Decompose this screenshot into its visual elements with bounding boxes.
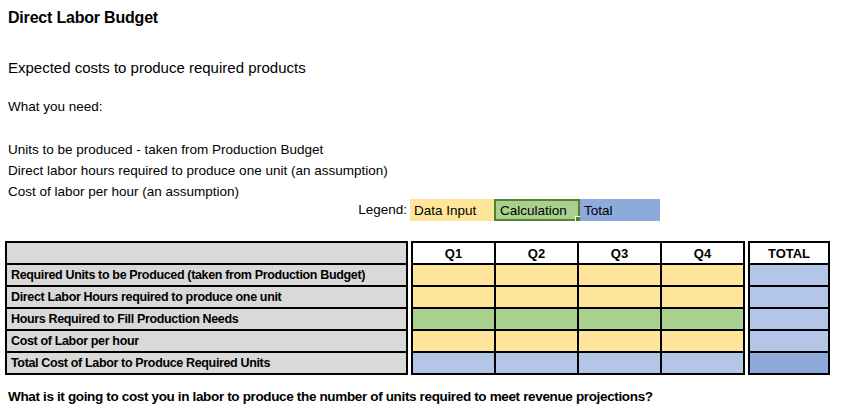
cell-q1-row5[interactable]: [413, 353, 494, 373]
column-header-total: TOTAL: [750, 243, 828, 263]
cell-total-row5[interactable]: [750, 353, 828, 373]
cell-q3-row2[interactable]: [579, 287, 660, 307]
what-you-need-label: What you need:: [8, 99, 103, 114]
row-label: Total Cost of Labor to Produce Required …: [7, 353, 406, 373]
row-label: Cost of Labor per hour: [7, 331, 406, 351]
table-label-column: Required Units to be Produced (taken fro…: [5, 241, 408, 375]
cell-q1-row4[interactable]: [413, 331, 494, 351]
legend-cell-total[interactable]: Total: [580, 199, 660, 221]
legend-cell-label: Data Input: [414, 203, 476, 218]
page-title: Direct Labor Budget: [8, 9, 158, 27]
cell-q1-row2[interactable]: [413, 287, 494, 307]
cell-q4-row2[interactable]: [662, 287, 743, 307]
requirement-item: Cost of labor per hour (an assumption): [8, 181, 388, 202]
cell-q4-row1[interactable]: [662, 265, 743, 285]
cell-q4-row5[interactable]: [662, 353, 743, 373]
cell-q3-row3[interactable]: [579, 309, 660, 329]
row-label: Direct Labor Hours required to produce o…: [7, 287, 406, 307]
cell-q2-row4[interactable]: [496, 331, 577, 351]
cell-q4-row4[interactable]: [662, 331, 743, 351]
cell-total-row4[interactable]: [750, 331, 828, 351]
cell-q1-row1[interactable]: [413, 265, 494, 285]
row-label: Required Units to be Produced (taken fro…: [7, 265, 406, 285]
cell-q3-row5[interactable]: [579, 353, 660, 373]
cell-q3-row1[interactable]: [579, 265, 660, 285]
requirements-list: Units to be produced - taken from Produc…: [8, 139, 388, 202]
cell-q2-row2[interactable]: [496, 287, 577, 307]
column-header-q4: Q4: [662, 243, 743, 263]
requirement-item: Units to be produced - taken from Produc…: [8, 139, 388, 160]
cell-q2-row3[interactable]: [496, 309, 577, 329]
legend-label: Legend:: [300, 202, 407, 217]
row-label: Hours Required to Fill Production Needs: [7, 309, 406, 329]
table-total-column: TOTAL: [748, 241, 830, 375]
cell-q2-row5[interactable]: [496, 353, 577, 373]
legend-cell-label: Total: [584, 203, 613, 218]
legend-cell-calculation[interactable]: Calculation: [494, 199, 580, 221]
cell-total-row1[interactable]: [750, 265, 828, 285]
cell-q2-row1[interactable]: [496, 265, 577, 285]
cell-q3-row4[interactable]: [579, 331, 660, 351]
worksheet: Direct Labor Budget Expected costs to pr…: [0, 0, 843, 418]
column-header-q2: Q2: [496, 243, 577, 263]
table-corner-cell: [7, 243, 406, 263]
footer-question: What is it going to cost you in labor to…: [8, 389, 653, 404]
legend-cell-label: Calculation: [500, 203, 567, 218]
legend-cell-data-input[interactable]: Data Input: [410, 199, 494, 221]
table-quarter-columns: Q1Q2Q3Q4: [411, 241, 745, 375]
cell-total-row2[interactable]: [750, 287, 828, 307]
cell-total-row3[interactable]: [750, 309, 828, 329]
page-subtitle: Expected costs to produce required produ…: [8, 59, 306, 76]
legend: Data InputCalculationTotal: [410, 199, 660, 221]
column-header-q3: Q3: [579, 243, 660, 263]
column-header-q1: Q1: [413, 243, 494, 263]
requirement-item: Direct labor hours required to produce o…: [8, 160, 388, 181]
cell-q1-row3[interactable]: [413, 309, 494, 329]
cell-q4-row3[interactable]: [662, 309, 743, 329]
